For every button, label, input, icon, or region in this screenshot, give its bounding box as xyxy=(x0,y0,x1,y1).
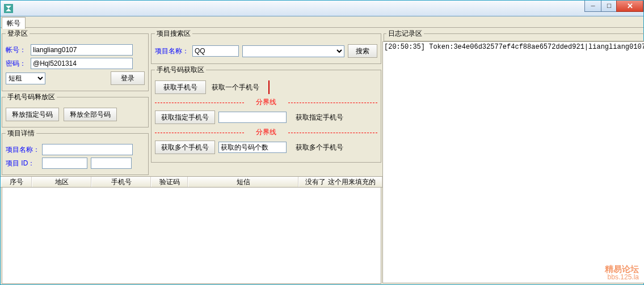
login-button[interactable]: 登录 xyxy=(111,71,145,85)
th-phone[interactable]: 手机号 xyxy=(91,177,151,187)
get-multi-label: 获取多个手机号 xyxy=(296,143,343,152)
log-legend: 日志记录区 xyxy=(386,29,424,39)
log-area[interactable]: [20:50:35] Token:3e4e06d32577ef4cf88ae65… xyxy=(382,41,644,283)
th-filler[interactable]: 没有了 这个用来填充的 xyxy=(298,177,382,187)
login-area: 登录区 帐号： 密码： 短租 登录 xyxy=(2,29,149,91)
get-multi-button[interactable]: 获取多个手机号 xyxy=(155,141,215,154)
app-icon xyxy=(4,4,13,13)
get-specified-button[interactable]: 获取指定手机号 xyxy=(155,110,215,124)
search-area: 项目搜索区 项目名称： 搜索 xyxy=(151,29,381,64)
search-legend: 项目搜索区 xyxy=(155,29,192,39)
search-name-input[interactable] xyxy=(192,45,239,57)
password-input[interactable] xyxy=(31,58,133,69)
account-label: 帐号： xyxy=(6,45,31,55)
password-label: 密码： xyxy=(6,59,31,69)
maximize-button[interactable]: ☐ xyxy=(601,1,617,12)
specified-input[interactable] xyxy=(218,112,287,123)
tab-account[interactable]: 帐号 xyxy=(2,17,26,29)
get-one-label: 获取一个手机号 xyxy=(212,83,259,92)
login-legend: 登录区 xyxy=(6,29,30,39)
multi-input[interactable] xyxy=(218,142,287,153)
divider-2: 分界线 xyxy=(155,127,377,137)
mode-select[interactable]: 短租 xyxy=(6,73,45,84)
log-line: [20:50:35] Token:3e4e06d32577ef4cf88ae65… xyxy=(384,43,644,51)
project-detail: 项目详情 项目名称： 项目 ID： xyxy=(2,129,149,175)
svg-rect-0 xyxy=(4,4,13,13)
tab-bar: 帐号 xyxy=(1,16,643,28)
get-phone-button[interactable]: 获取手机号 xyxy=(155,80,206,94)
account-input[interactable] xyxy=(31,44,133,56)
detail-legend: 项目详情 xyxy=(6,129,36,138)
close-button[interactable]: ✕ xyxy=(616,1,643,12)
table-body[interactable] xyxy=(2,188,381,284)
get-specified-label: 获取指定手机号 xyxy=(296,113,343,122)
detail-name-label: 项目名称： xyxy=(6,145,42,155)
watermark: 精易论坛 bbs.125.la xyxy=(605,265,639,281)
log-area-frame: 日志记录区 xyxy=(384,29,644,41)
th-sms[interactable]: 短信 xyxy=(188,177,298,187)
detail-id2-input[interactable] xyxy=(91,158,132,169)
detail-id-label: 项目 ID： xyxy=(6,159,42,168)
search-name-label: 项目名称： xyxy=(155,46,189,56)
minimize-button[interactable]: ─ xyxy=(584,1,601,12)
th-seq[interactable]: 序号 xyxy=(1,177,32,187)
titlebar: ─ ☐ ✕ xyxy=(1,1,643,16)
detail-id-input[interactable] xyxy=(42,158,87,169)
th-region[interactable]: 地区 xyxy=(32,177,91,187)
table-header: 序号 地区 手机号 验证码 短信 没有了 这个用来填充的 xyxy=(1,176,382,188)
detail-name-input[interactable] xyxy=(42,144,133,155)
fetch-area: 手机号码获取区 获取手机号 获取一个手机号 分界线 获取指定手机号 获取指定手机… xyxy=(151,65,381,163)
release-area: 手机号码释放区 释放指定号码 释放全部号码 xyxy=(2,92,149,127)
release-all-button[interactable]: 释放全部号码 xyxy=(64,108,117,121)
release-specified-button[interactable]: 释放指定号码 xyxy=(6,108,59,121)
fetch-legend: 手机号码获取区 xyxy=(155,65,206,75)
release-legend: 手机号码释放区 xyxy=(6,92,57,102)
search-dropdown[interactable] xyxy=(242,45,344,57)
search-button[interactable]: 搜索 xyxy=(348,44,377,58)
red-divider-bar xyxy=(268,80,270,94)
th-code[interactable]: 验证码 xyxy=(151,177,188,187)
divider-1: 分界线 xyxy=(155,97,377,107)
